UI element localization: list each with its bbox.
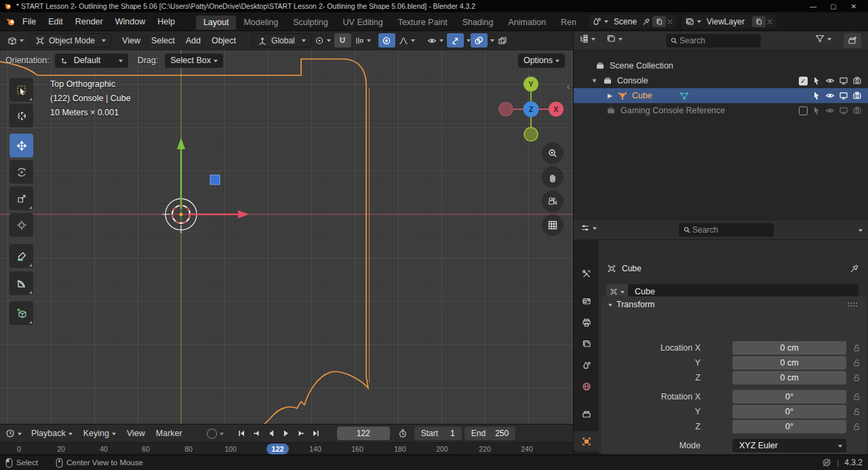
- tool-select-box[interactable]: [9, 78, 33, 102]
- proportional-editing-toggle[interactable]: [378, 33, 395, 47]
- render-disable-icon[interactable]: [852, 106, 862, 115]
- hide-eye-icon[interactable]: [825, 106, 835, 115]
- tab-render[interactable]: [574, 291, 599, 311]
- outliner-row-console[interactable]: ▼ Console ✓: [574, 73, 868, 88]
- frame-end-field[interactable]: End 250: [465, 427, 515, 440]
- collapse-chevron-icon[interactable]: ▼: [591, 77, 597, 84]
- lock-icon[interactable]: [852, 408, 861, 416]
- outliner-editor-type-button[interactable]: [579, 34, 595, 43]
- new-collection-button[interactable]: [844, 33, 861, 48]
- tool-rotate[interactable]: [9, 160, 33, 184]
- snap-settings-selector[interactable]: [351, 35, 374, 47]
- workspace-tab-uv-editing[interactable]: UV Editing: [336, 16, 391, 30]
- pin-icon[interactable]: [642, 18, 650, 26]
- rotation-y-field[interactable]: 0°: [732, 405, 846, 418]
- workspace-tab-layout[interactable]: Layout: [196, 16, 237, 30]
- workspace-tab-modeling[interactable]: Modeling: [236, 16, 285, 30]
- workspace-tab-rendering[interactable]: Ren: [553, 16, 584, 30]
- zoom-button[interactable]: [542, 142, 564, 164]
- workspace-tab-sculpting[interactable]: Sculpting: [285, 16, 335, 30]
- tool-move[interactable]: [9, 134, 33, 157]
- outliner-item-label[interactable]: Console: [617, 76, 648, 85]
- transform-panel-header[interactable]: Transform: [601, 296, 866, 313]
- lock-icon[interactable]: [852, 393, 861, 401]
- location-y-field[interactable]: 0 cm: [732, 356, 846, 370]
- tab-world[interactable]: [574, 376, 599, 397]
- outliner-search[interactable]: [666, 34, 761, 47]
- move-gizmo[interactable]: [177, 138, 249, 218]
- lock-icon[interactable]: [852, 423, 861, 431]
- current-frame-field[interactable]: 122: [337, 427, 390, 440]
- show-gizmos-toggle[interactable]: [447, 33, 464, 47]
- viewport-3d[interactable]: Y X Z ‹ Object Mode View Select Add Obje…: [0, 31, 573, 424]
- tab-output[interactable]: [574, 313, 599, 333]
- outliner-item-label[interactable]: Scene Collection: [610, 61, 673, 71]
- minimize-button[interactable]: —: [803, 0, 823, 12]
- rotation-z-field[interactable]: 0°: [732, 420, 846, 433]
- menu-file[interactable]: File: [16, 17, 42, 26]
- outliner-display-mode-button[interactable]: [606, 34, 623, 43]
- viewport-disable-icon[interactable]: [839, 106, 848, 115]
- workspace-tab-shading[interactable]: Shading: [455, 16, 501, 30]
- stopwatch-icon[interactable]: [398, 429, 408, 438]
- new-scene-button[interactable]: [652, 16, 666, 27]
- mode-selector[interactable]: Object Mode: [30, 33, 111, 47]
- drag-mode-selector[interactable]: Select Box: [165, 54, 223, 68]
- viewport-menu-select[interactable]: Select: [146, 36, 180, 45]
- lock-icon[interactable]: [852, 374, 861, 382]
- view-layer-selector[interactable]: ViewLayer: [682, 15, 776, 28]
- remove-view-layer-icon[interactable]: [766, 18, 774, 26]
- properties-editor-type-button[interactable]: [580, 223, 597, 233]
- blender-logo-icon[interactable]: [5, 16, 16, 27]
- outliner-row-cube[interactable]: ▶ Cube: [574, 88, 868, 103]
- jump-to-end-button[interactable]: [309, 427, 323, 439]
- move-gizmo-plane-handle[interactable]: [210, 175, 220, 184]
- previous-keyframe-button[interactable]: [250, 427, 264, 439]
- render-disable-icon[interactable]: [852, 76, 862, 85]
- options-dropdown[interactable]: Options: [518, 54, 565, 68]
- gizmo-neg-y-ball[interactable]: [524, 128, 538, 141]
- menu-render[interactable]: Render: [69, 17, 109, 26]
- lock-icon[interactable]: [852, 359, 861, 367]
- panel-grip-icon[interactable]: [847, 301, 858, 308]
- unlink-scene-icon[interactable]: [666, 18, 674, 26]
- playhead[interactable]: 122: [267, 444, 289, 454]
- snap-toggle[interactable]: [334, 33, 351, 47]
- play-button[interactable]: [279, 427, 294, 439]
- tab-tool[interactable]: [574, 264, 599, 284]
- move-gizmo-x-arrow[interactable]: [238, 210, 249, 218]
- location-x-field[interactable]: 0 cm: [732, 341, 846, 355]
- render-disable-icon[interactable]: [852, 91, 862, 100]
- properties-options-chevron[interactable]: [859, 229, 863, 234]
- scene-selector[interactable]: Scene: [589, 15, 677, 28]
- timeline-menu-keying[interactable]: Keying: [78, 429, 121, 438]
- workspace-tab-texture-paint[interactable]: Texture Paint: [391, 16, 455, 30]
- viewport-menu-view[interactable]: View: [117, 36, 146, 45]
- jump-to-start-button[interactable]: [235, 427, 249, 439]
- properties-search-input[interactable]: [691, 224, 762, 235]
- viewport-disable-icon[interactable]: [839, 91, 848, 100]
- close-button[interactable]: ✕: [844, 0, 864, 12]
- play-reverse-button[interactable]: [264, 427, 279, 439]
- menu-edit[interactable]: Edit: [42, 17, 69, 26]
- timeline-menu-playback[interactable]: Playback: [26, 429, 78, 438]
- viewport-disable-icon[interactable]: [839, 76, 848, 85]
- outliner-row-gaming-console-reference[interactable]: Gaming Console Reference: [574, 103, 868, 118]
- orthographic-grid-button[interactable]: [542, 214, 564, 236]
- expand-chevron-icon[interactable]: ▶: [608, 92, 612, 99]
- tool-scale[interactable]: [9, 187, 33, 210]
- menu-window[interactable]: Window: [109, 17, 151, 26]
- timeline-menu-marker[interactable]: Marker: [151, 429, 188, 438]
- workspace-tab-animation[interactable]: Animation: [501, 16, 554, 30]
- tab-collection[interactable]: [574, 404, 599, 425]
- camera-view-button[interactable]: [542, 191, 564, 212]
- location-z-field[interactable]: 0 cm: [732, 371, 846, 385]
- menu-help[interactable]: Help: [151, 17, 181, 26]
- tool-cursor[interactable]: [9, 104, 33, 128]
- outliner-row-scene-collection[interactable]: Scene Collection: [574, 58, 868, 73]
- auto-keyframe-toggle[interactable]: [207, 429, 224, 439]
- outliner-item-label[interactable]: Gaming Console Reference: [620, 106, 725, 115]
- xray-toggle[interactable]: [494, 33, 511, 47]
- rotation-mode-dropdown[interactable]: XYZ Euler: [732, 439, 846, 452]
- tool-transform[interactable]: [9, 213, 33, 237]
